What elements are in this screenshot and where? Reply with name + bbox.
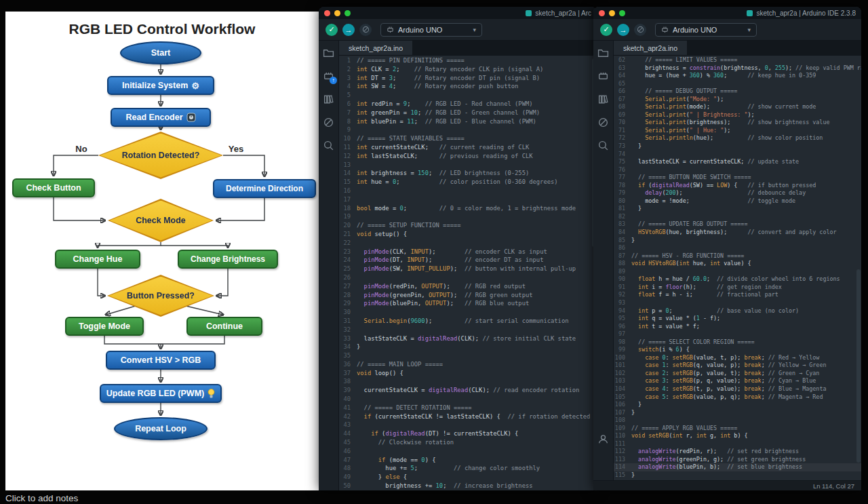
flow-node-change-hue[interactable]: Change Hue — [55, 250, 140, 269]
board-selector[interactable]: Arduino UNO ▾ — [655, 23, 757, 37]
code-line[interactable]: 17 — [339, 195, 597, 204]
code-line[interactable]: 80 mode = !mode; // toggle mode — [614, 197, 861, 206]
code-line[interactable]: 31 Serial.begin(9600); // start serial c… — [339, 317, 597, 326]
code-line[interactable]: 44 if (digitalRead(DT) != currentStateCL… — [339, 429, 597, 438]
code-line[interactable]: 106 } — [614, 401, 861, 409]
code-line[interactable]: 69 Serial.print(" | Brightness: "); — [614, 111, 861, 119]
verify-button[interactable]: ✓ — [326, 24, 338, 36]
code-line[interactable]: 2int CLK = 2; // Rotary encoder CLK pin … — [339, 65, 597, 74]
code-line[interactable]: 112 analogWrite(redPin, r); // set red b… — [614, 448, 861, 456]
code-line[interactable]: 95 int q = value * (1 - f); — [614, 315, 861, 323]
code-line[interactable]: 22 — [339, 239, 597, 248]
account-icon[interactable] — [597, 433, 609, 445]
tab-sketch[interactable]: sketch_apr2a.ino — [614, 41, 687, 55]
code-line[interactable]: 18bool mode = 0; // 0 = color mode, 1 = … — [339, 204, 597, 213]
code-line[interactable]: 99 switch(i % 6) { — [614, 346, 861, 354]
code-line[interactable]: 67 Serial.print("Mode: "); — [614, 96, 861, 104]
code-line[interactable]: 7int greenPin = 10; // RGB LED - Green c… — [339, 109, 597, 117]
code-line[interactable]: 5 — [339, 91, 597, 100]
flow-node-update-rgb-led[interactable]: Update RGB LED (PWM) — [100, 384, 222, 403]
close-button[interactable] — [599, 10, 605, 16]
code-editor[interactable]: 1// ===== PIN DEFINITIONS =====2int CLK … — [339, 56, 597, 490]
code-line[interactable]: 68 Serial.print(mode); // show current m… — [614, 103, 861, 111]
code-line[interactable]: 8int bluePin = 11; // RGB LED - Blue cha… — [339, 117, 597, 126]
sketchbook-icon[interactable] — [323, 47, 334, 59]
zoom-button[interactable] — [344, 10, 351, 16]
code-line[interactable]: 91 int i = floor(h); // get region index — [614, 284, 861, 292]
code-line[interactable]: 42 if (currentStateCLK != lastStateCLK) … — [339, 412, 597, 421]
code-line[interactable]: 12int lastStateCLK; // previous reading … — [339, 152, 597, 161]
code-line[interactable]: 27 pinMode(redPin, OUTPUT); // RGB red o… — [339, 282, 597, 291]
debug-icon[interactable] — [597, 117, 609, 128]
code-line[interactable]: 39 currentStateCLK = digitalRead(CLK); /… — [339, 386, 597, 395]
code-line[interactable]: 14int brightness = 150; // LED brightnes… — [339, 169, 597, 178]
code-line[interactable]: 43 — [339, 421, 597, 429]
close-button[interactable] — [324, 10, 330, 16]
code-line[interactable]: 28 pinMode(greenPin, OUTPUT); // RGB gre… — [339, 291, 597, 300]
minimize-button[interactable] — [609, 10, 615, 16]
code-line[interactable]: 90 float h = hue / 60.0; // divide color… — [614, 275, 861, 284]
code-line[interactable]: 88void HSVtoRGB(int hue, int value) { — [614, 260, 861, 268]
code-line[interactable]: 19 — [339, 212, 597, 221]
code-line[interactable]: 104 case 4: setRGB(t, p, value); break; … — [614, 385, 861, 393]
slide-canvas[interactable]: RGB LED Control Workflow — [5, 12, 319, 490]
flow-node-start[interactable]: Start — [120, 41, 201, 64]
code-line[interactable]: 48 hue += 5; // change color smoothly — [339, 464, 597, 473]
code-line[interactable]: 32 — [339, 326, 597, 334]
sketchbook-icon[interactable] — [597, 47, 609, 59]
code-line[interactable]: 29 pinMode(bluePin, OUTPUT); // RGB blue… — [339, 299, 597, 308]
code-line[interactable]: 75 lastStateCLK = currentStateCLK; // up… — [614, 158, 861, 166]
flow-node-convert-hsv-rgb[interactable]: Convert HSV > RGB — [106, 351, 216, 370]
code-line[interactable]: 10// ===== STATE VARIABLES ===== — [339, 134, 597, 143]
zoom-button[interactable] — [619, 10, 625, 16]
code-line[interactable]: 20// ===== SETUP FUNCTION ===== — [339, 221, 597, 230]
flow-node-repeat-loop[interactable]: Repeat Loop — [114, 417, 208, 440]
debug-icon[interactable] — [323, 117, 334, 128]
code-line[interactable]: 4int SW = 4; // Rotary encoder push butt… — [339, 82, 597, 91]
code-line[interactable]: 47 if (mode == 0) { — [339, 456, 597, 465]
code-line[interactable]: 79 delay(200); // debounce delay — [614, 189, 861, 197]
code-line[interactable]: 102 case 2: setRGB(p, value, t); break; … — [614, 370, 861, 378]
code-line[interactable]: 26 — [339, 273, 597, 282]
code-line[interactable]: 108 — [614, 416, 861, 425]
code-line[interactable]: 46 — [339, 447, 597, 456]
code-line[interactable]: 86 — [614, 244, 861, 252]
code-line[interactable]: 50 brightness += 10; // increase brightn… — [339, 482, 597, 490]
code-line[interactable]: 49 } else { — [339, 473, 597, 482]
code-line[interactable]: 82 — [614, 213, 861, 221]
code-line[interactable]: 92 float f = h - i; // fractional part — [614, 291, 861, 299]
flow-node-read-encoder[interactable]: Read Encoder — [111, 108, 211, 127]
board-selector[interactable]: Arduino UNO ▾ — [380, 23, 482, 37]
flow-node-continue[interactable]: Continue — [186, 317, 262, 336]
code-line[interactable]: 36// ===== MAIN LOOP ===== — [339, 360, 597, 369]
code-line[interactable]: 81 } — [614, 205, 861, 213]
code-line[interactable]: 109// ===== APPLY RGB VALUES ===== — [614, 425, 861, 433]
code-line[interactable]: 1// ===== PIN DEFINITIONS ===== — [339, 56, 597, 65]
code-line[interactable]: 101 case 1: setRGB(q, value, p); break; … — [614, 362, 861, 370]
flow-node-check-button[interactable]: Check Button — [12, 178, 95, 197]
minimize-button[interactable] — [334, 10, 340, 16]
flow-node-change-brightness[interactable]: Change Brightness — [178, 250, 278, 269]
code-line[interactable]: 35 — [339, 351, 597, 360]
library-manager-icon[interactable] — [597, 94, 609, 105]
code-line[interactable]: 87// ===== HSV - RGB FUNCTION ===== — [614, 252, 861, 260]
debug-button[interactable] — [359, 24, 372, 36]
code-line[interactable]: 103 case 3: setRGB(p, q, value); break; … — [614, 377, 861, 385]
code-line[interactable]: 107} — [614, 409, 861, 417]
code-line[interactable]: 93 — [614, 299, 861, 307]
code-line[interactable]: 76 — [614, 166, 861, 174]
boards-manager-icon[interactable] — [597, 71, 609, 82]
code-line[interactable]: 111 — [614, 440, 861, 448]
code-line[interactable]: 71 Serial.print(" | Hue: "); — [614, 127, 861, 135]
code-line[interactable]: 96 int t = value * f; — [614, 323, 861, 331]
code-line[interactable]: 64 hue = (hue + 360) % 360; // keep hue … — [614, 72, 861, 80]
scrollbar[interactable] — [856, 269, 861, 463]
flow-node-toggle-mode[interactable]: Toggle Mode — [65, 317, 144, 336]
upload-button[interactable]: → — [342, 24, 355, 36]
search-icon[interactable] — [323, 140, 334, 151]
code-line[interactable]: 78 if (digitalRead(SW) == LOW) { // if b… — [614, 182, 861, 190]
code-line[interactable]: 100 case 0: setRGB(value, t, p); break; … — [614, 354, 861, 362]
code-line[interactable]: 25 pinMode(SW, INPUT_PULLUP); // button … — [339, 265, 597, 273]
code-line[interactable]: 85} — [614, 237, 861, 245]
code-line[interactable]: 72 Serial.println(hue); // show color po… — [614, 134, 861, 142]
